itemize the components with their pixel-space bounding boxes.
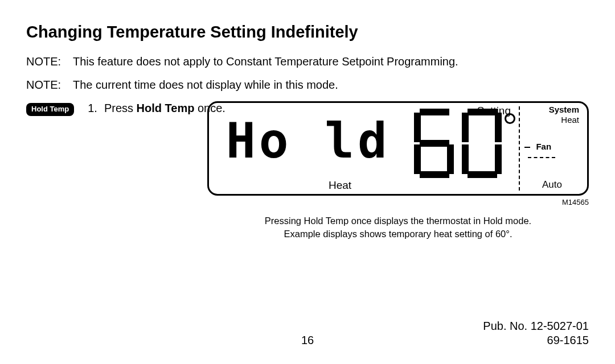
note-label: NOTE: [26, 55, 73, 68]
lcd-system-label: System [549, 105, 579, 115]
digit-6 [414, 109, 454, 178]
hold-temp-button-icon: Hold Temp [26, 103, 74, 116]
digit-0 [462, 109, 502, 178]
lcd-fan-label: Fan [536, 142, 551, 151]
note-row-2: NOTE: The current time does not display … [26, 78, 589, 92]
note-text: The current time does not display while … [73, 78, 338, 92]
degree-symbol-icon [505, 113, 515, 124]
figure-id: M14565 [207, 198, 589, 206]
thermostat-lcd-illustration: Ho ld Setting [207, 101, 589, 196]
page-number: 16 [301, 334, 314, 347]
figure-caption: Pressing Hold Temp once displays the the… [207, 214, 589, 241]
caption-line-2: Example displays shows temporary heat se… [284, 229, 512, 239]
page-heading: Changing Temperature Setting Indefinitel… [26, 23, 589, 42]
caption-line-1: Pressing Hold Temp once displays the the… [265, 216, 531, 226]
document-number: 69-1615 [547, 334, 589, 347]
publication-number: Pub. No. 12-5027-01 [26, 320, 589, 333]
note-row-1: NOTE: This feature does not apply to Con… [26, 55, 589, 68]
lcd-main-mode: Heat [329, 179, 351, 192]
step-bold: Hold Temp [137, 102, 195, 114]
lcd-hold-text: Ho ld [226, 112, 391, 169]
lcd-vertical-divider [519, 106, 520, 191]
note-text: This feature does not apply to Constant … [73, 55, 458, 68]
lcd-temperature-value [414, 109, 502, 178]
lcd-fan-divider: Fan [524, 142, 581, 162]
lcd-system-value: Heat [561, 115, 579, 125]
lcd-fan-value: Auto [542, 179, 562, 191]
note-label: NOTE: [26, 78, 73, 92]
step-prefix: Press [104, 102, 137, 114]
step-number: 1. [88, 102, 97, 115]
